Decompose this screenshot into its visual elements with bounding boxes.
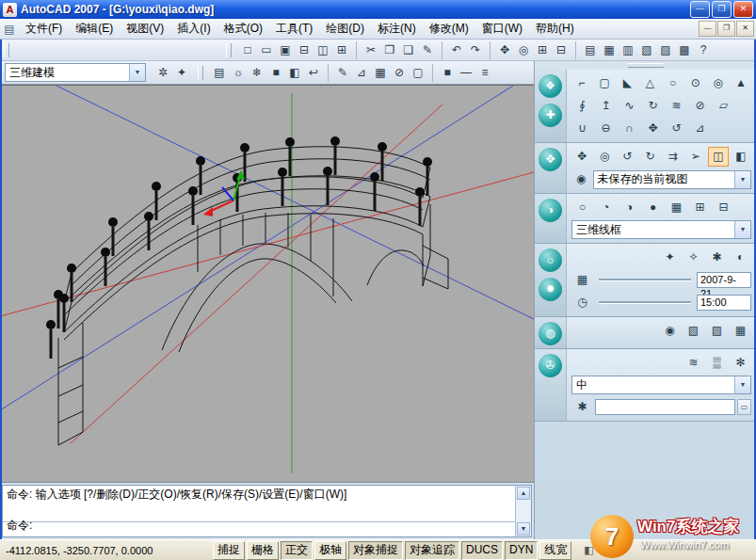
current-view-combo[interactable]: 未保存的当前视图 ▼ [593,170,752,189]
layer-previous-icon[interactable]: ↩ [304,64,323,82]
revolve-icon[interactable]: ↻ [642,96,664,116]
conceptual-style-icon[interactable]: ◑ [619,198,640,217]
union-icon[interactable]: ∪ [571,119,593,138]
toggle-snap[interactable]: 捕捉 [213,541,245,560]
paste-icon[interactable]: ❑ [399,41,418,59]
slice-icon[interactable]: ⊘ [689,96,711,116]
realistic-style-icon[interactable]: ● [642,198,664,217]
restore-button[interactable]: ❐ [712,1,732,18]
advanced-render-settings-icon[interactable]: ✻ [730,353,751,373]
render-panel-icon[interactable]: ✇ [539,354,562,377]
light-panel-icon[interactable]: ☼ [539,248,562,272]
sphere-icon[interactable]: ○ [663,73,684,93]
attach-material-icon[interactable]: ▧ [683,321,704,341]
toolbar-grip[interactable] [4,43,9,57]
qnew-icon[interactable]: □ [238,41,257,59]
workspace-settings-icon[interactable]: ✲ [153,64,172,82]
pyramid-icon[interactable]: ▲ [731,73,751,93]
copy-icon[interactable]: ❐ [380,41,399,59]
toggle-ortho[interactable]: 正交 [281,541,313,560]
menu-dimension[interactable]: 标注(N) [371,20,423,38]
3d-hidden-style-icon[interactable]: ◔ [595,198,617,217]
dashboard-grip[interactable] [535,61,756,70]
3d-move-icon[interactable]: ✥ [642,119,664,138]
plot-icon[interactable]: ⊟ [295,41,314,59]
dim-style-icon[interactable]: ⊿ [352,64,371,82]
visual-style-combo[interactable]: 三维线框 ▼ [571,220,751,239]
manage-visual-styles-icon[interactable]: ▦ [666,198,687,217]
sheetset-manager-icon[interactable]: ▧ [637,41,656,59]
clock-icon[interactable]: ◷ [571,293,593,312]
material-mapping-icon[interactable]: ▦ [730,321,751,341]
close-button[interactable]: ✕ [733,1,753,18]
quickcalc-icon[interactable]: ▩ [675,41,694,59]
minimize-button[interactable]: — [690,1,710,18]
render-output-browse-button[interactable]: ▭ [737,399,751,415]
box-icon[interactable]: ▢ [594,73,615,93]
render-output-field[interactable] [595,399,735,415]
menu-draw[interactable]: 绘图(D) [319,20,371,38]
spot-light-icon[interactable]: ✧ [683,248,704,267]
scroll-down-icon[interactable]: ▼ [517,522,530,536]
distant-light-icon[interactable]: ✱ [706,248,728,267]
sun-panel-icon[interactable]: ✹ [539,278,562,301]
camera-icon[interactable]: ◉ [571,169,591,189]
standard-toolbar-grip[interactable] [226,43,232,57]
command-input[interactable]: 命令: [3,517,515,536]
sun-time-slider[interactable] [599,301,691,304]
sun-time-field[interactable]: 15:00 [697,295,751,311]
toggle-osnap[interactable]: 对象捕捉 [348,541,403,560]
chevron-down-icon[interactable]: ▼ [734,221,750,238]
planar-surface-icon[interactable]: ▱ [713,96,734,116]
zoom-window-icon[interactable]: ⊞ [533,41,552,59]
layer-lock-icon[interactable]: ◧ [285,64,304,82]
cylinder-icon[interactable]: ⊙ [685,73,706,93]
pan-icon[interactable]: ✥ [495,41,514,59]
materials-panel-icon[interactable]: ◍ [539,322,562,345]
chevron-down-icon[interactable]: ▼ [734,376,750,393]
designcenter-icon[interactable]: ▦ [600,41,619,59]
lineweight-control-icon[interactable]: ≡ [475,64,494,82]
layer-properties-icon[interactable]: ▤ [210,64,229,82]
zoom-realtime-icon[interactable]: ◎ [514,41,533,59]
sun-date-slider[interactable] [599,279,691,281]
workspace-combo[interactable]: 三维建模 ▼ [5,63,146,82]
chevron-down-icon[interactable]: ▼ [734,171,750,188]
extrude-icon[interactable]: ↥ [595,96,617,116]
menu-edit[interactable]: 编辑(E) [69,20,120,38]
swivel-icon[interactable]: ⇉ [663,147,684,167]
texture-toggle-icon[interactable]: ▨ [706,321,728,341]
save-workspace-icon[interactable]: ✦ [172,64,191,82]
doc-close-button[interactable]: ✕ [736,21,754,37]
doc-restore-button[interactable]: ❐ [717,21,735,37]
undo-icon[interactable]: ↶ [447,41,466,59]
3d-zoom-icon[interactable]: ◎ [594,147,615,167]
render-environment-icon[interactable]: ≋ [683,353,704,373]
edge-jitter-icon[interactable]: ⊟ [713,198,734,217]
torus-icon[interactable]: ◎ [708,73,729,93]
free-orbit-icon[interactable]: ↻ [639,147,660,167]
subtract-icon[interactable]: ⊖ [595,119,617,138]
color-control-icon[interactable]: ■ [438,64,457,82]
doc-minimize-button[interactable]: — [699,21,716,37]
menu-window[interactable]: 窗口(W) [475,20,529,38]
linetype-control-icon[interactable]: — [457,64,475,82]
sun-date-field[interactable]: 2007-9-21 [697,272,751,288]
redo-icon[interactable]: ↷ [466,41,485,59]
open-icon[interactable]: ▭ [257,41,276,59]
table-style-icon[interactable]: ▦ [371,64,390,82]
materials-window-icon[interactable]: ◉ [659,321,681,341]
text-style-icon[interactable]: ✎ [333,64,352,82]
3d-align-icon[interactable]: ⊿ [689,119,711,138]
toggle-dyn[interactable]: DYN [505,541,538,560]
wedge-icon[interactable]: ◣ [617,73,637,93]
plot-style-icon[interactable]: ⊘ [390,64,409,82]
visual-style-panel-icon[interactable]: ◑ [539,199,562,222]
zoom-previous-icon[interactable]: ⊟ [552,41,571,59]
menu-modify[interactable]: 修改(M) [423,20,475,38]
2d-wireframe-style-icon[interactable]: ○ [571,198,593,217]
constrained-orbit-icon[interactable]: ↺ [617,147,637,167]
toggle-ducs[interactable]: DUCS [461,541,503,560]
3d-pan-icon[interactable]: ✥ [571,147,592,167]
sweep-icon[interactable]: ∿ [619,96,640,116]
